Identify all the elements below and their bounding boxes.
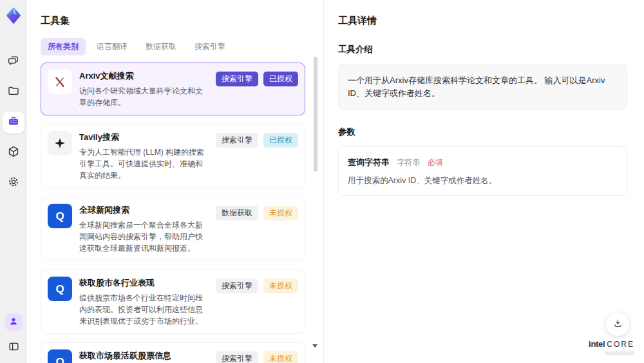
tool-list: Arxiv文献搜索 访问各个研究领域大量科学论文和文章的存储库。 搜索引擎 已授…: [41, 63, 310, 363]
download-icon: [612, 318, 623, 331]
tool-intro-text: 一个用于从Arxiv存储库搜索科学论文和文章的工具。 输入可以是Arxiv ID…: [338, 64, 627, 110]
tool-name: 获取股市各行业表现: [79, 277, 209, 289]
sidebar-bottom: [5, 313, 23, 357]
tool-card[interactable]: Q 全球新闻搜索 全球新闻搜索是一个聚合全球各大新闻网站内容的搜索引擎，帮助用户…: [41, 197, 305, 261]
tool-card[interactable]: Tavily搜索 专为人工智能代理 (LLM) 构建的搜索引擎工具。可快速提供实…: [41, 124, 305, 188]
param-required-badge: 必填: [428, 158, 443, 167]
core-logo-text: CORE: [607, 340, 634, 349]
q-logo-icon: Q: [48, 277, 72, 301]
intro-heading: 工具介绍: [338, 44, 627, 55]
panel-toggle-button[interactable]: [5, 338, 23, 357]
scrollbar-down-arrow-icon[interactable]: [312, 344, 317, 348]
category-badge: 搜索引擎: [216, 72, 258, 86]
scrollbar-thumb[interactable]: [314, 57, 317, 172]
tool-name: Arxiv文献搜索: [79, 70, 209, 82]
tool-description: 访问各个研究领域大量科学论文和文章的存储库。: [79, 85, 209, 108]
tool-description: 专为人工智能代理 (LLM) 构建的搜索引擎工具。可快速提供实时、准确和真实的结…: [79, 146, 209, 181]
tab-search-engine[interactable]: 搜索引擎: [187, 38, 232, 55]
sidebar-item-settings[interactable]: [3, 172, 24, 194]
download-button[interactable]: [606, 313, 629, 336]
q-logo-icon: Q: [48, 349, 72, 363]
param-name: 查询字符串: [348, 157, 390, 167]
sidebar-item-files[interactable]: [3, 81, 24, 103]
sidebar: [0, 0, 27, 363]
chat-icon: [7, 54, 20, 70]
tab-data-acquisition[interactable]: 数据获取: [138, 38, 184, 55]
cube-icon: [7, 145, 20, 161]
tool-description: 全球新闻搜索是一个聚合全球各大新闻网站内容的搜索引擎，帮助用户快速获取全球最新资…: [79, 219, 209, 254]
sidebar-item-chat[interactable]: [3, 51, 24, 73]
tab-all-categories[interactable]: 所有类别: [41, 38, 86, 55]
toolbox-icon: [7, 115, 20, 130]
category-tabs: 所有类别 语言翻译 数据获取 搜索引擎: [41, 38, 310, 55]
sidebar-item-toolbox[interactable]: [3, 112, 24, 133]
tool-detail-panel: 工具详情 工具介绍 一个用于从Arxiv存储库搜索科学论文和文章的工具。 输入可…: [323, 0, 644, 363]
tool-list-panel: 工具集 所有类别 语言翻译 数据获取 搜索引擎 Arxiv文献搜索 访问各个研究…: [27, 0, 323, 363]
page-title: 工具集: [41, 15, 310, 27]
intel-badge-subline: [605, 351, 634, 355]
intel-logo-text: intel: [589, 339, 605, 349]
param-description: 用于搜索的Arxiv ID、关键字或作者姓名。: [348, 175, 618, 186]
app-window: 工具集 所有类别 语言翻译 数据获取 搜索引擎 Arxiv文献搜索 访问各个研究…: [0, 0, 644, 363]
tab-language-translation[interactable]: 语言翻译: [90, 38, 135, 55]
tool-name: Tavily搜索: [79, 132, 209, 143]
parameter-item: 查询字符串 字符串 必填 用于搜索的Arxiv ID、关键字或作者姓名。: [338, 146, 627, 196]
tool-card[interactable]: Q 获取股市各行业表现 提供股票市场各个行业在特定时间段内的表现。投资者可以利用…: [41, 270, 305, 334]
auth-status-badge: 未授权: [263, 351, 298, 363]
intel-core-badge: intelCORE: [589, 338, 634, 355]
tool-description: 提供股票市场各个行业在特定时间段内的表现。投资者可以利用这些信息来识别表现优于或…: [79, 292, 209, 327]
tool-name: 获取市场最活跃股票信息: [79, 350, 209, 362]
sidebar-item-packages[interactable]: [3, 142, 24, 164]
auth-status-badge: 已授权: [263, 133, 298, 148]
arxiv-icon: [48, 70, 72, 94]
sidebar-nav: [3, 51, 24, 194]
tavily-star-icon: [48, 131, 72, 155]
detail-title: 工具详情: [338, 15, 627, 27]
tool-card[interactable]: Q 获取市场最活跃股票信息 提供当天交易量最高的股票列表。投资者可以利用这些信息…: [41, 342, 305, 363]
param-type: 字符串: [397, 158, 420, 167]
folder-icon: [7, 84, 20, 100]
gear-icon: [7, 175, 20, 191]
tool-card[interactable]: Arxiv文献搜索 访问各个研究领域大量科学论文和文章的存储库。 搜索引擎 已授…: [41, 63, 305, 115]
user-avatar[interactable]: [5, 313, 23, 331]
user-icon: [8, 315, 19, 329]
category-badge: 搜索引擎: [216, 351, 258, 363]
tool-name: 全球新闻搜索: [79, 204, 209, 216]
category-badge: 搜索引擎: [216, 133, 258, 148]
auth-status-badge: 已授权: [263, 72, 298, 86]
panel-toggle-icon: [8, 340, 20, 355]
q-logo-icon: Q: [48, 204, 72, 228]
category-badge: 搜索引擎: [216, 279, 258, 293]
auth-status-badge: 未授权: [263, 279, 298, 293]
params-heading: 参数: [338, 126, 627, 138]
auth-status-badge: 未授权: [263, 206, 298, 221]
app-logo-icon: [4, 6, 23, 25]
category-badge: 数据获取: [216, 206, 258, 221]
